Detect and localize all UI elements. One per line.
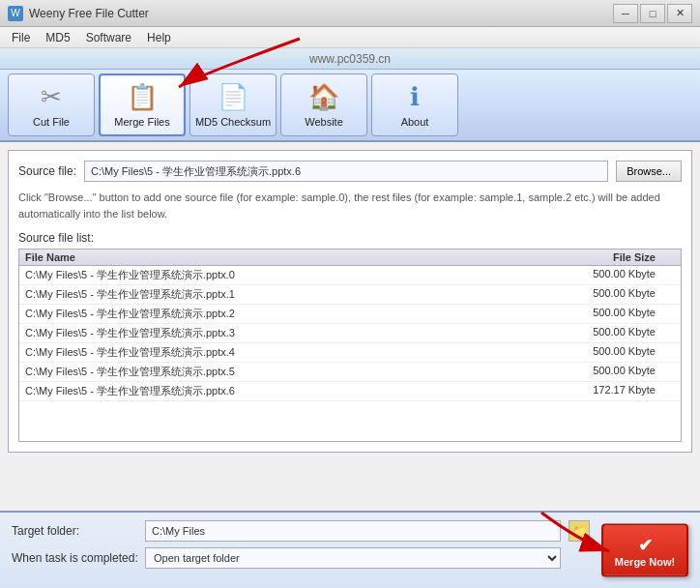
website-label: Website: [305, 116, 343, 128]
task-completed-row: When task is completed: Open target fold…: [12, 547, 688, 569]
about-button[interactable]: ℹ About: [371, 74, 458, 136]
file-name-cell: C:\My Files\5 - 学生作业管理系统演示.pptx.5: [25, 365, 578, 379]
table-row[interactable]: C:\My Files\5 - 学生作业管理系统演示.pptx.2 500.00…: [19, 305, 681, 324]
task-completed-label: When task is completed:: [12, 551, 137, 565]
col-header-size: File Size: [578, 251, 675, 263]
about-label: About: [401, 116, 429, 128]
file-size-cell: 500.00 Kbyte: [578, 287, 675, 302]
table-row[interactable]: C:\My Files\5 - 学生作业管理系统演示.pptx.1 500.00…: [19, 285, 681, 305]
file-name-cell: C:\My Files\5 - 学生作业管理系统演示.pptx.4: [25, 345, 578, 360]
file-size-cell: 500.00 Kbyte: [578, 326, 675, 340]
file-list-container[interactable]: File Name File Size C:\My Files\5 - 学生作业…: [18, 249, 682, 442]
menu-file[interactable]: File: [4, 29, 38, 46]
watermark-text: www.pc0359.cn: [309, 52, 391, 66]
file-size-cell: 500.00 Kbyte: [578, 268, 675, 282]
menu-software[interactable]: Software: [78, 29, 139, 46]
table-row[interactable]: C:\My Files\5 - 学生作业管理系统演示.pptx.0 500.00…: [19, 266, 681, 285]
toolbar: ✂ Cut File 📋 Merge Files 📄 MD5 Checksum …: [0, 70, 700, 142]
hint-text: Click "Browse..." button to add one sour…: [18, 190, 682, 221]
bottom-area: Target folder: 📁 When task is completed:…: [0, 511, 700, 588]
file-name-cell: C:\My Files\5 - 学生作业管理系统演示.pptx.1: [25, 287, 578, 302]
source-file-row: Source file: Browse...: [18, 161, 682, 182]
merge-files-button[interactable]: 📋 Merge Files: [99, 74, 186, 136]
file-name-cell: C:\My Files\5 - 学生作业管理系统演示.pptx.2: [25, 307, 578, 321]
md5-checksum-button[interactable]: 📄 MD5 Checksum: [190, 74, 277, 136]
md5-doc-icon: 📄: [218, 82, 248, 112]
merge-now-button[interactable]: ✔ Merge Now!: [601, 524, 688, 577]
table-row[interactable]: C:\My Files\5 - 学生作业管理系统演示.pptx.5 500.00…: [19, 363, 681, 382]
file-name-cell: C:\My Files\5 - 学生作业管理系统演示.pptx.3: [25, 326, 578, 340]
menu-md5[interactable]: MD5: [38, 29, 77, 46]
file-name-cell: C:\My Files\5 - 学生作业管理系统演示.pptx.6: [25, 384, 578, 398]
target-folder-label: Target folder:: [12, 524, 137, 538]
watermark-bar: www.pc0359.cn: [0, 48, 700, 70]
menu-bar: File MD5 Software Help: [0, 27, 700, 48]
file-size-cell: 500.00 Kbyte: [578, 345, 675, 360]
maximize-button[interactable]: □: [640, 4, 665, 23]
title-bar-text: Weeny Free File Cutter: [29, 7, 613, 20]
target-folder-input[interactable]: [145, 520, 561, 542]
source-file-input[interactable]: [84, 161, 608, 182]
file-size-cell: 500.00 Kbyte: [578, 307, 675, 321]
scissors-icon: ✂: [41, 82, 62, 112]
app-icon: W: [8, 6, 23, 21]
table-row[interactable]: C:\My Files\5 - 学生作业管理系统演示.pptx.3 500.00…: [19, 324, 681, 343]
title-bar-controls: ─ □ ✕: [613, 4, 692, 23]
source-file-label: Source file:: [18, 164, 76, 178]
file-size-cell: 500.00 Kbyte: [578, 365, 675, 379]
house-icon: 🏠: [308, 82, 339, 112]
merge-checkmark-icon: ✔: [638, 534, 653, 555]
merge-now-label: Merge Now!: [615, 555, 675, 567]
info-icon: ℹ: [410, 82, 420, 112]
file-name-cell: C:\My Files\5 - 学生作业管理系统演示.pptx.0: [25, 268, 578, 282]
browse-button[interactable]: Browse...: [616, 161, 682, 182]
table-row[interactable]: C:\My Files\5 - 学生作业管理系统演示.pptx.4 500.00…: [19, 343, 681, 363]
menu-help[interactable]: Help: [139, 29, 179, 46]
cut-file-button[interactable]: ✂ Cut File: [8, 74, 95, 136]
main-content: Source file: Browse... Click "Browse..."…: [8, 150, 692, 453]
md5-checksum-label: MD5 Checksum: [195, 116, 271, 128]
close-button[interactable]: ✕: [667, 4, 692, 23]
file-list-rows: C:\My Files\5 - 学生作业管理系统演示.pptx.0 500.00…: [19, 266, 681, 401]
cut-file-label: Cut File: [33, 116, 70, 128]
file-list-header: File Name File Size: [19, 250, 681, 266]
title-bar: W Weeny Free File Cutter ─ □ ✕: [0, 0, 700, 27]
col-header-name: File Name: [25, 251, 578, 263]
task-completed-select[interactable]: Open target folder Do nothing Shutdown: [145, 547, 561, 569]
target-folder-row: Target folder: 📁: [12, 520, 688, 542]
table-row[interactable]: C:\My Files\5 - 学生作业管理系统演示.pptx.6 172.17…: [19, 382, 681, 401]
website-button[interactable]: 🏠 Website: [280, 74, 367, 136]
merge-folder-icon: 📋: [127, 82, 158, 112]
folder-icon-button[interactable]: 📁: [569, 520, 590, 542]
file-size-cell: 172.17 Kbyte: [578, 384, 675, 398]
file-list-section-label: Source file list:: [18, 231, 682, 245]
merge-files-label: Merge Files: [114, 116, 169, 128]
minimize-button[interactable]: ─: [613, 4, 638, 23]
